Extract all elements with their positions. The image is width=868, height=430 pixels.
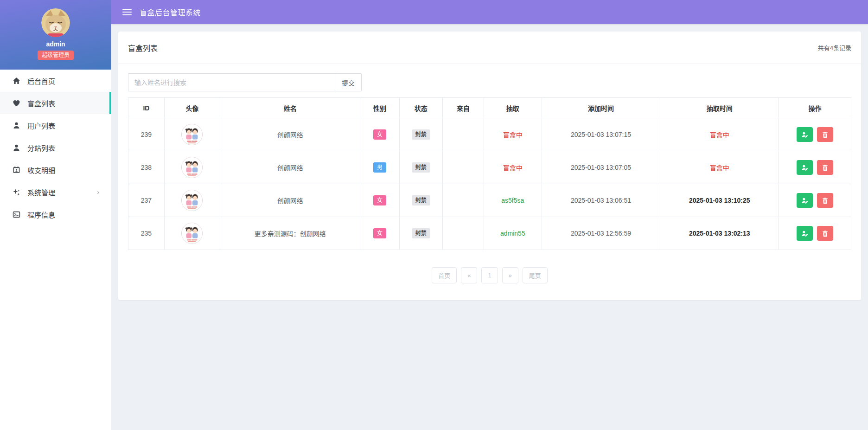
search-submit-button[interactable]: 提交 [335, 73, 362, 91]
cell-draw-time: 盲盒中 [660, 151, 779, 184]
sidebar: admin 超级管理员 后台首页盲盒列表用户列表分站列表收支明细系统管理›程序信… [0, 0, 111, 430]
cell-status: 封禁 [399, 118, 443, 151]
sidebar-item-0[interactable]: 后台首页 [0, 70, 111, 92]
edit-button[interactable] [797, 226, 813, 241]
sidebar-item-label: 后台首页 [27, 76, 55, 86]
draw-time-value: 盲盒中 [710, 164, 729, 172]
last-page-button[interactable]: 尾页 [523, 267, 548, 283]
sidebar-item-label: 程序信息 [27, 210, 55, 219]
search-input[interactable] [128, 73, 335, 91]
row-avatar [181, 124, 203, 145]
draw-time-value: 盲盒中 [710, 131, 729, 139]
draw-value: 盲盒中 [503, 164, 523, 172]
first-page-button[interactable]: 首页 [432, 267, 457, 283]
cell-draw: admin55 [484, 217, 542, 250]
sidebar-menu: 后台首页盲盒列表用户列表分站列表收支明细系统管理›程序信息 [0, 70, 111, 225]
cell-gender: 女 [360, 217, 399, 250]
cell-name: 创颜网络 [220, 151, 360, 184]
cell-from [443, 118, 484, 151]
cat-avatar-image [41, 8, 70, 37]
delete-button[interactable] [817, 226, 833, 241]
gender-badge: 女 [373, 228, 386, 238]
sidebar-item-4[interactable]: 收支明细 [0, 159, 111, 181]
cell-avatar [164, 217, 220, 250]
cell-avatar [164, 151, 220, 184]
draw-value: admin55 [500, 230, 525, 237]
sidebar-profile: admin 超级管理员 [0, 0, 111, 70]
cell-from [443, 184, 484, 217]
trash-icon [822, 131, 829, 138]
row-avatar [181, 223, 203, 244]
cell-name: 创颜网络 [220, 184, 360, 217]
edit-button[interactable] [797, 127, 813, 142]
sidebar-item-2[interactable]: 用户列表 [0, 114, 111, 136]
chevron-right-icon: › [97, 189, 99, 195]
cell-id: 237 [128, 184, 165, 217]
terminal-icon [13, 211, 20, 218]
menu-toggle-icon[interactable] [122, 9, 132, 15]
cell-actions [779, 118, 851, 151]
cell-draw-time: 2025-01-03 13:02:13 [660, 217, 779, 250]
cell-actions [779, 184, 851, 217]
sidebar-item-label: 系统管理 [27, 187, 55, 197]
cell-actions [779, 217, 851, 250]
cell-added-time: 2025-01-03 13:07:05 [542, 151, 660, 184]
table-row: 237 创颜网络 女 [128, 184, 851, 217]
search-bar: 提交 [128, 73, 851, 91]
sidebar-item-label: 收支明细 [27, 165, 55, 175]
col-header-draw-time: 抽取时间 [660, 98, 779, 118]
couple-avatar-image [182, 157, 202, 178]
cell-draw-time: 盲盒中 [660, 118, 779, 151]
col-header-gender: 性别 [360, 98, 399, 118]
prev-page-button[interactable]: « [461, 267, 477, 283]
home-icon [13, 77, 20, 85]
cell-draw: as5f5sa [484, 184, 542, 217]
cell-gender: 女 [360, 184, 399, 217]
cell-from [443, 151, 484, 184]
col-header-actions: 操作 [779, 98, 851, 118]
user-edit-icon [801, 164, 808, 171]
delete-button[interactable] [817, 127, 833, 142]
trash-icon [822, 230, 829, 237]
couple-avatar-image [182, 223, 202, 244]
sidebar-item-5[interactable]: 系统管理› [0, 181, 111, 203]
cell-avatar [164, 184, 220, 217]
contact-card-icon [13, 166, 20, 174]
cell-added-time: 2025-01-03 13:06:51 [542, 184, 660, 217]
cell-status: 封禁 [399, 217, 443, 250]
sidebar-item-6[interactable]: 程序信息 [0, 203, 111, 225]
card-body: 提交 ID 头像 姓名 性别 状态 来自 抽取 [118, 64, 861, 300]
col-header-added-time: 添加时间 [542, 98, 660, 118]
user-edit-icon [801, 197, 808, 204]
trash-icon [822, 197, 829, 204]
draw-value: as5f5sa [501, 197, 524, 204]
user-avatar [41, 8, 70, 37]
table-row: 238 创颜网络 男 [128, 151, 851, 184]
sidebar-item-label: 分站列表 [27, 143, 55, 153]
cell-status: 封禁 [399, 151, 443, 184]
sparkles-icon [13, 188, 20, 196]
cell-gender: 女 [360, 118, 399, 151]
delete-button[interactable] [817, 193, 833, 208]
edit-button[interactable] [797, 193, 813, 208]
user-edit-icon [801, 131, 808, 138]
next-page-button[interactable]: » [502, 267, 518, 283]
blindbox-table: ID 头像 姓名 性别 状态 来自 抽取 添加时间 抽取时间 操作 239 [128, 97, 851, 250]
edit-button[interactable] [797, 160, 813, 175]
cell-from [443, 217, 484, 250]
cell-id: 239 [128, 118, 165, 151]
sidebar-item-3[interactable]: 分站列表 [0, 136, 111, 159]
sidebar-item-1[interactable]: 盲盒列表 [0, 92, 111, 114]
page-number-button[interactable]: 1 [481, 267, 498, 283]
user-icon [13, 122, 20, 129]
row-avatar [181, 190, 203, 211]
cell-added-time: 2025-01-03 12:56:59 [542, 217, 660, 250]
cell-draw: 盲盒中 [484, 151, 542, 184]
app-title: 盲盒后台管理系统 [140, 6, 201, 18]
cell-draw: 盲盒中 [484, 118, 542, 151]
table-header-row: ID 头像 姓名 性别 状态 来自 抽取 添加时间 抽取时间 操作 [128, 98, 851, 118]
col-header-from: 来自 [443, 98, 484, 118]
delete-button[interactable] [817, 160, 833, 175]
page-title: 盲盒列表 [128, 42, 158, 53]
draw-time-value: 2025-01-03 13:02:13 [689, 230, 750, 237]
